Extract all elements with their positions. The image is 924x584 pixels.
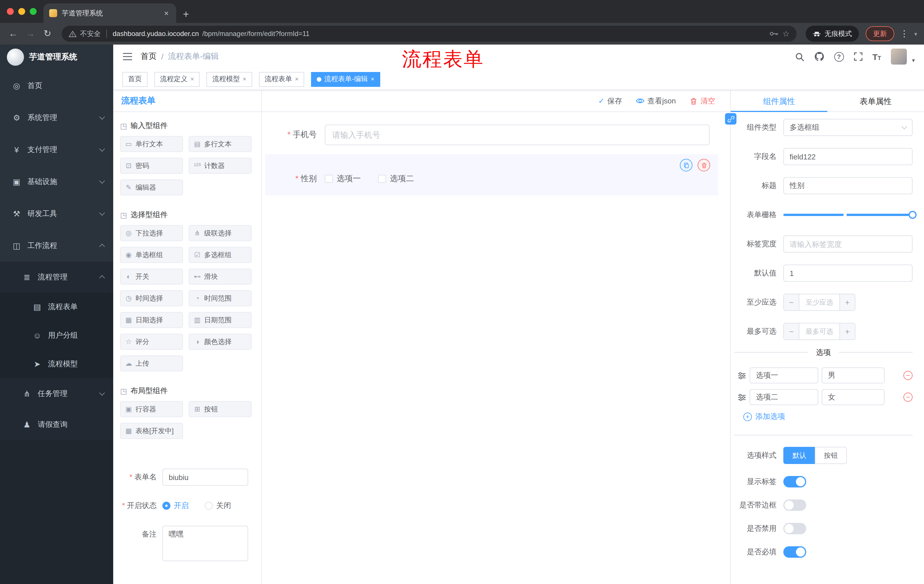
menu-fold-icon[interactable] bbox=[122, 53, 133, 61]
update-button[interactable]: 更新 bbox=[866, 26, 894, 41]
canvas-field-gender-selected[interactable]: 性别 选项一 选项二 bbox=[265, 154, 718, 196]
component-chip-select[interactable]: ◎ 下拉选择 bbox=[120, 225, 183, 241]
canvas-field-phone[interactable]: 手机号 bbox=[265, 125, 730, 145]
status-radio-on[interactable]: 开启 bbox=[162, 500, 189, 511]
component-chip-rate[interactable]: ☆ 评分 bbox=[120, 334, 183, 350]
component-chip-time-range[interactable]: ◔ 时间范围 bbox=[189, 290, 252, 306]
form-name-input[interactable] bbox=[162, 469, 248, 486]
sidebar-item-infrastructure[interactable]: ▣ 基础设施 bbox=[0, 166, 113, 198]
tag-process-form[interactable]: 流程表单 × bbox=[259, 72, 304, 87]
max-select-input[interactable]: 最多可选 bbox=[799, 323, 840, 339]
minus-button[interactable]: − bbox=[784, 294, 799, 310]
required-switch[interactable] bbox=[783, 546, 806, 558]
plus-button[interactable]: + bbox=[840, 294, 855, 310]
tab-close-icon[interactable]: × bbox=[162, 8, 170, 18]
forward-button[interactable]: → bbox=[23, 29, 38, 38]
search-icon[interactable] bbox=[794, 52, 804, 61]
option-name-input[interactable] bbox=[750, 389, 818, 405]
sidebar-item-task-management[interactable]: ⋔ 任务管理 bbox=[0, 378, 113, 409]
remove-option-button[interactable]: − bbox=[903, 393, 912, 402]
slider-handle[interactable] bbox=[909, 211, 917, 219]
tag-close-icon[interactable]: × bbox=[371, 76, 375, 82]
min-select-input[interactable]: 至少应选 bbox=[799, 294, 840, 310]
status-radio-off[interactable]: 关闭 bbox=[205, 500, 231, 511]
window-close-button[interactable] bbox=[7, 8, 14, 15]
copy-field-button[interactable] bbox=[680, 159, 693, 171]
component-chip-color[interactable]: ◑ 颜色选择 bbox=[189, 334, 252, 350]
minus-button[interactable]: − bbox=[784, 323, 799, 339]
sidebar-item-process-form[interactable]: ▤ 流程表单 bbox=[0, 293, 113, 321]
component-chip-time[interactable]: ◷ 时间选择 bbox=[120, 290, 183, 306]
sidebar-item-devtools[interactable]: ⚒ 研发工具 bbox=[0, 198, 113, 230]
component-chip-slider[interactable]: ⊷ 滑块 bbox=[189, 268, 252, 285]
title-input[interactable] bbox=[783, 177, 912, 194]
drag-handle-icon[interactable] bbox=[738, 393, 746, 401]
border-switch[interactable] bbox=[783, 499, 806, 511]
component-chip-editor[interactable]: ✎ 编辑器 bbox=[120, 179, 183, 196]
remove-option-button[interactable]: − bbox=[903, 371, 912, 380]
view-json-button[interactable]: 查看json bbox=[636, 96, 676, 106]
style-default-button[interactable]: 默认 bbox=[783, 447, 815, 464]
sidebar-item-process-model[interactable]: ➤ 流程模型 bbox=[0, 350, 113, 378]
option-value-input[interactable] bbox=[822, 367, 884, 383]
font-size-icon[interactable]: TT bbox=[872, 52, 881, 61]
save-button[interactable]: ✓ 保存 bbox=[598, 96, 622, 106]
field-name-input[interactable] bbox=[783, 148, 912, 165]
component-chip-cascader[interactable]: ⋔ 级联选择 bbox=[189, 225, 252, 241]
tab-component-props[interactable]: 组件属性 bbox=[731, 90, 827, 112]
tag-process-model[interactable]: 流程模型 × bbox=[207, 72, 252, 87]
label-width-input[interactable] bbox=[783, 235, 912, 253]
sidebar-item-payment[interactable]: ¥ 支付管理 bbox=[0, 134, 113, 166]
delete-field-button[interactable] bbox=[698, 159, 710, 171]
checkbox-option-2[interactable]: 选项二 bbox=[378, 174, 414, 184]
sidebar-item-user-group[interactable]: ☺ 用户分组 bbox=[0, 321, 113, 350]
component-chip-table[interactable]: ▦ 表格[开发中] bbox=[120, 423, 183, 439]
disabled-switch[interactable] bbox=[783, 523, 806, 534]
component-chip-multi-text[interactable]: ▤ 多行文本 bbox=[189, 136, 252, 152]
window-zoom-button[interactable] bbox=[30, 8, 36, 15]
github-icon[interactable] bbox=[814, 51, 824, 62]
new-tab-button[interactable]: + bbox=[176, 9, 196, 23]
option-value-input[interactable] bbox=[822, 389, 884, 405]
back-button[interactable]: ← bbox=[6, 29, 21, 38]
form-grid-slider[interactable] bbox=[783, 206, 912, 224]
component-chip-button[interactable]: ⊞ 按钮 bbox=[189, 401, 252, 417]
add-option-button[interactable]: + 添加选项 bbox=[743, 411, 912, 422]
option-name-input[interactable] bbox=[750, 367, 818, 383]
sidebar-item-system[interactable]: ⚙ 系统管理 bbox=[0, 102, 113, 134]
remark-textarea[interactable]: 嘿嘿 bbox=[162, 526, 248, 561]
tag-home[interactable]: 首页 bbox=[122, 72, 147, 87]
fullscreen-icon[interactable] bbox=[853, 52, 863, 61]
show-label-switch[interactable] bbox=[783, 476, 806, 487]
component-chip-switch[interactable]: ◐ 开关 bbox=[120, 268, 183, 285]
tag-close-icon[interactable]: × bbox=[243, 76, 246, 82]
avatar[interactable] bbox=[891, 49, 907, 64]
default-value-input[interactable] bbox=[783, 265, 912, 282]
style-button-button[interactable]: 按钮 bbox=[815, 447, 847, 464]
password-key-icon[interactable] bbox=[770, 31, 779, 36]
avatar-caret-icon[interactable]: ▾ bbox=[912, 57, 915, 64]
plus-button[interactable]: + bbox=[840, 323, 855, 339]
sidebar-item-leave-query[interactable]: ♟ 请假查询 bbox=[0, 409, 113, 440]
window-minimize-button[interactable] bbox=[18, 8, 25, 15]
tag-process-form-edit[interactable]: 流程表单-编辑 × bbox=[311, 72, 380, 87]
link-button[interactable] bbox=[725, 113, 736, 125]
slider-track[interactable] bbox=[783, 214, 912, 216]
toolbar-overflow-caret-icon[interactable]: ▾ bbox=[914, 31, 918, 37]
component-chip-checkbox-group[interactable]: ☑ 多选框组 bbox=[189, 247, 252, 263]
component-chip-radio-group[interactable]: ◉ 单选框组 bbox=[120, 247, 183, 263]
tag-process-definition[interactable]: 流程定义 × bbox=[154, 72, 200, 87]
component-chip-row-container[interactable]: ▣ 行容器 bbox=[120, 401, 183, 417]
component-chip-date[interactable]: ▦ 日期选择 bbox=[120, 312, 183, 328]
component-chip-password[interactable]: ⊡ 密码 bbox=[120, 158, 183, 174]
browser-menu-icon[interactable]: ⋮ bbox=[896, 29, 912, 39]
component-chip-counter[interactable]: ¹²³ 计数器 bbox=[189, 158, 252, 174]
help-icon[interactable]: ? bbox=[834, 52, 844, 61]
clear-button[interactable]: 清空 bbox=[690, 96, 715, 106]
drag-handle-icon[interactable] bbox=[738, 371, 746, 380]
sidebar-item-process-management[interactable]: ≣ 流程管理 bbox=[0, 262, 113, 293]
reload-button[interactable]: ↻ bbox=[40, 29, 55, 38]
checkbox-option-1[interactable]: 选项一 bbox=[325, 174, 361, 184]
address-bar[interactable]: 不安全 dashboard.yudao.iocoder.cn /bpm/mana… bbox=[62, 26, 797, 42]
component-type-select[interactable]: 多选框组 bbox=[783, 119, 912, 136]
